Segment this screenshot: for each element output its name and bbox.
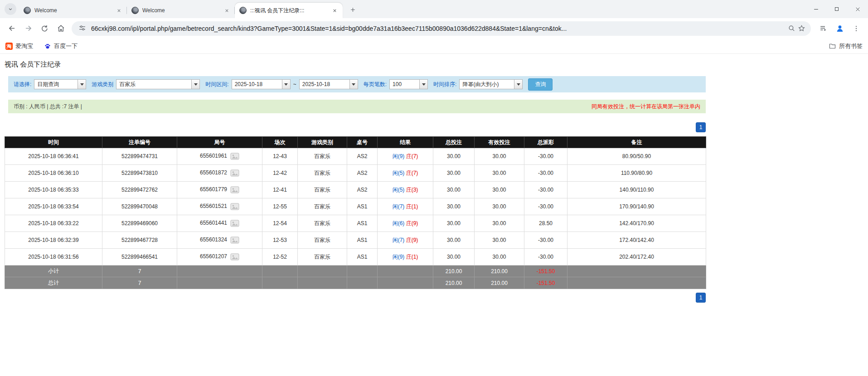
- game-type-select[interactable]: 百家乐: [116, 79, 200, 89]
- tab-close-icon[interactable]: [331, 7, 338, 14]
- total-valid-bet: 210.00: [475, 277, 524, 289]
- empty-cell: [378, 277, 433, 289]
- total-bet-link[interactable]: 30.00: [433, 182, 475, 198]
- range-separator: ~: [293, 81, 296, 87]
- search-button[interactable]: 查询: [528, 78, 553, 91]
- address-bar[interactable]: 66cxkj98.com/ipl/portal.php/game/betreco…: [72, 21, 811, 36]
- col-header-game-type: 游戏类别: [298, 137, 347, 148]
- date-from-select[interactable]: 2025-10-18: [232, 79, 291, 89]
- media-controls-button[interactable]: [816, 21, 831, 36]
- bet-id-cell: 522899474731: [102, 148, 177, 165]
- round-id: 655601961: [200, 153, 227, 159]
- total-bet-link[interactable]: 30.00: [433, 232, 475, 249]
- tab-close-icon[interactable]: [223, 7, 230, 14]
- remark-cell: 202.40/172.40: [567, 249, 706, 265]
- table-row: 2025-10-18 06:33:22 522899469060 6556014…: [5, 215, 706, 232]
- tab-search-button[interactable]: [5, 3, 16, 15]
- home-button[interactable]: [53, 21, 68, 36]
- bookmark-label: 百度一下: [54, 42, 78, 50]
- round-detail-image-icon[interactable]: [230, 186, 239, 193]
- page-size-select[interactable]: 100: [389, 79, 428, 89]
- bet-id-cell: 522899472762: [102, 182, 177, 198]
- empty-cell: [177, 277, 262, 289]
- url-text[interactable]: 66cxkj98.com/ipl/portal.php/game/betreco…: [91, 25, 786, 32]
- close-window-button[interactable]: [847, 0, 868, 18]
- result-player: 闲(7): [393, 237, 405, 243]
- new-tab-button[interactable]: [346, 3, 359, 16]
- tab-welcome-2[interactable]: Welcome: [127, 3, 235, 18]
- round-detail-image-icon[interactable]: [230, 153, 239, 160]
- chevron-down-icon[interactable]: [349, 80, 358, 89]
- table-row: 2025-10-18 06:31:56 522899466541 6556012…: [5, 249, 706, 265]
- back-arrow-icon: [8, 24, 16, 33]
- empty-cell: [262, 265, 298, 277]
- site-info-tune-icon[interactable]: [77, 24, 87, 34]
- folder-icon: [829, 42, 836, 50]
- maximize-button[interactable]: [826, 0, 847, 18]
- bookmark-label: 爱淘宝: [15, 42, 33, 50]
- tab-bet-record-active[interactable]: :::视讯 会员下注纪录:::: [235, 3, 343, 18]
- game-type-cell: 百家乐: [298, 198, 347, 215]
- result-banker: 庄(1): [406, 254, 418, 260]
- page-1-button[interactable]: 1: [696, 293, 706, 303]
- round-cell: 655601324: [177, 232, 262, 249]
- maximize-icon: [834, 6, 840, 12]
- chevron-down-icon[interactable]: [191, 80, 199, 89]
- round-cell: 655601207: [177, 249, 262, 265]
- date-to-select[interactable]: 2025-10-18: [299, 79, 358, 89]
- chevron-down-icon[interactable]: [514, 80, 522, 89]
- globe-favicon-icon: [239, 7, 247, 14]
- table-no-cell: AS2: [347, 165, 378, 182]
- payout-cell: -30.00: [524, 182, 567, 198]
- empty-cell: [298, 277, 347, 289]
- col-header-time: 时间: [5, 137, 102, 148]
- total-bet-link[interactable]: 30.00: [433, 148, 475, 165]
- round-detail-image-icon[interactable]: [230, 236, 239, 244]
- chevron-down-icon[interactable]: [78, 80, 86, 89]
- subtotal-label: 小计: [5, 265, 102, 277]
- session-cell: 12-43: [262, 148, 298, 165]
- round-id: 655601521: [200, 203, 227, 209]
- total-bet-link[interactable]: 30.00: [433, 249, 475, 265]
- bookmark-taobao[interactable]: 淘 爱淘宝: [5, 42, 33, 50]
- bet-id-cell: 522899470048: [102, 198, 177, 215]
- profile-avatar[interactable]: [832, 21, 848, 36]
- round-detail-image-icon[interactable]: [230, 169, 239, 177]
- home-icon: [57, 24, 65, 33]
- back-button[interactable]: [4, 21, 19, 36]
- reload-button[interactable]: [37, 21, 52, 36]
- chevron-down-icon[interactable]: [282, 80, 290, 89]
- result-player: 闲(7): [393, 203, 405, 210]
- globe-favicon-icon: [131, 7, 139, 14]
- all-bookmarks-button[interactable]: 所有书签: [829, 42, 863, 50]
- page-1-button[interactable]: 1: [696, 122, 706, 132]
- round-detail-image-icon[interactable]: [230, 203, 239, 210]
- bookmark-baidu[interactable]: 百度一下: [44, 42, 78, 50]
- total-bet-link[interactable]: 30.00: [433, 165, 475, 182]
- round-detail-image-icon[interactable]: [230, 253, 239, 260]
- bookmark-star-icon[interactable]: [796, 24, 806, 34]
- forward-button[interactable]: [20, 21, 36, 36]
- total-bet-link[interactable]: 30.00: [433, 215, 475, 232]
- col-header-result: 结果: [378, 137, 433, 148]
- zoom-icon[interactable]: [786, 24, 796, 34]
- round-detail-image-icon[interactable]: [230, 220, 239, 227]
- bookmarks-bar: 淘 爱淘宝 百度一下 所有书签: [0, 39, 868, 54]
- browser-menu-button[interactable]: [849, 21, 864, 36]
- col-header-table-no: 桌号: [347, 137, 378, 148]
- round-cell: 655601521: [177, 198, 262, 215]
- total-row: 总计 7 210.00 210.00 -151.50: [5, 277, 706, 289]
- sort-order-select[interactable]: 降幂(由大到小): [459, 79, 523, 89]
- plus-icon: [349, 6, 356, 13]
- minimize-button[interactable]: [805, 0, 826, 18]
- chevron-down-icon[interactable]: [419, 80, 427, 89]
- col-header-session: 场次: [262, 137, 298, 148]
- query-type-select[interactable]: 日期查询: [34, 79, 86, 89]
- pagination-bottom: 1: [5, 293, 706, 303]
- valid-bet-cell: 30.00: [475, 165, 524, 182]
- table-no-cell: AS2: [347, 182, 378, 198]
- total-bet-link[interactable]: 30.00: [433, 198, 475, 215]
- tab-close-icon[interactable]: [115, 7, 122, 14]
- tab-welcome-1[interactable]: Welcome: [19, 3, 127, 18]
- bet-id-cell: 522899473810: [102, 165, 177, 182]
